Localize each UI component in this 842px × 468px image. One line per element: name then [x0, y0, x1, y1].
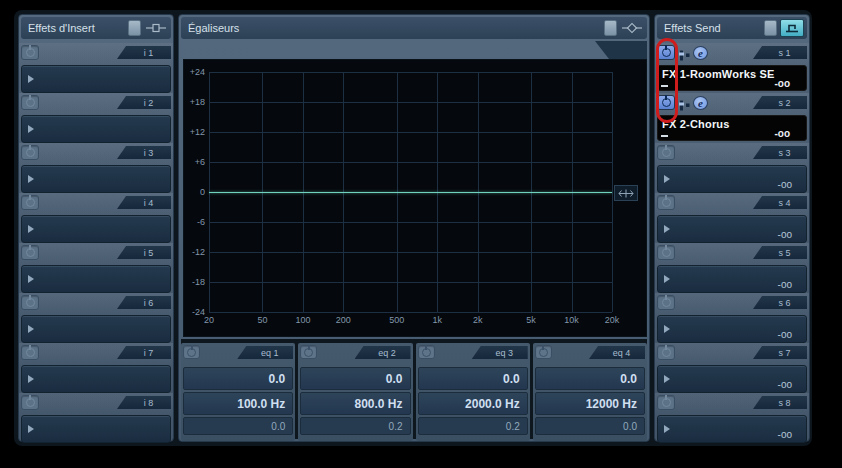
power-icon: [26, 248, 35, 257]
band-tab: eq 2: [355, 346, 411, 359]
power-button[interactable]: [657, 195, 675, 210]
expand-arrow-icon: [664, 175, 670, 183]
effect-selector[interactable]: [21, 165, 171, 193]
effect-selector[interactable]: -oo: [657, 165, 807, 193]
power-button[interactable]: [657, 145, 675, 160]
power-icon: [662, 348, 671, 357]
power-icon: [662, 198, 671, 207]
expand-arrow-icon: [28, 125, 34, 133]
eq-band-2: eq 2 0.0 800.0 Hz 0.2: [298, 343, 412, 441]
effect-selector[interactable]: [21, 315, 171, 343]
power-button[interactable]: [657, 345, 675, 360]
insert-slot-1: i 1: [19, 43, 173, 93]
effect-selector[interactable]: [21, 415, 171, 443]
eq-gain-field[interactable]: 0.0: [418, 367, 528, 390]
eq-freq-field[interactable]: 100.0 Hz: [183, 392, 293, 415]
effect-selector[interactable]: [21, 265, 171, 293]
eq-freq-field[interactable]: 12000 Hz: [535, 392, 645, 415]
effect-selector[interactable]: [21, 365, 171, 393]
eq-freq-field[interactable]: 800.0 Hz: [300, 392, 410, 415]
power-button[interactable]: [21, 295, 39, 310]
power-button[interactable]: [21, 395, 39, 410]
send-level-value: -oo: [778, 229, 792, 240]
header-button[interactable]: [764, 20, 777, 36]
equalizers-panel: Égaliseurs +24+18+12+60-6-12-18-24205010…: [178, 14, 650, 442]
effect-selector[interactable]: FX 2-Chorus -oo: [657, 115, 807, 141]
power-button[interactable]: [21, 345, 39, 360]
insert-slot-6: i 6: [19, 293, 173, 343]
power-icon: [26, 198, 35, 207]
power-button[interactable]: [183, 345, 200, 359]
effect-selector[interactable]: [21, 65, 171, 93]
insert-slot-3: i 3: [19, 143, 173, 193]
power-button[interactable]: [21, 145, 39, 160]
power-button[interactable]: [21, 245, 39, 260]
header-button[interactable]: [128, 20, 141, 36]
send-level-value[interactable]: -oo: [774, 78, 790, 89]
eq-freq-field[interactable]: 2000.0 Hz: [418, 392, 528, 415]
insert-slot-4: i 4: [19, 193, 173, 243]
send-level-value: -oo: [778, 279, 792, 290]
power-icon: [662, 148, 671, 157]
send-slot-4: s 4 -oo: [655, 193, 809, 243]
power-button[interactable]: [657, 295, 675, 310]
power-button[interactable]: [21, 45, 39, 60]
insert-slot-2: i 2: [19, 93, 173, 143]
power-button[interactable]: [657, 95, 675, 110]
expand-arrow-icon: [664, 325, 670, 333]
expand-arrow-icon: [28, 275, 34, 283]
channel-settings-window: Effets d'Insert i 1 i 2: [14, 10, 812, 446]
power-button[interactable]: [418, 345, 435, 359]
insert-bypass-icon[interactable]: [144, 19, 168, 37]
power-icon: [26, 48, 35, 57]
power-button[interactable]: [657, 245, 675, 260]
send-level-value: -oo: [778, 329, 792, 340]
effect-selector[interactable]: FX 1-RoomWorks SE -oo: [657, 65, 807, 91]
insert-slot-5: i 5: [19, 243, 173, 293]
send-panel-header: Effets Send: [657, 17, 807, 39]
eq-gain-field[interactable]: 0.0: [535, 367, 645, 390]
expand-arrow-icon: [28, 375, 34, 383]
panel-title: Égaliseurs: [188, 22, 604, 34]
effect-selector[interactable]: [21, 115, 171, 143]
sends-active-icon[interactable]: [780, 19, 804, 37]
slot-tab: i 7: [117, 346, 171, 359]
eq-gain-field[interactable]: 0.0: [300, 367, 410, 390]
effect-selector[interactable]: -oo: [657, 365, 807, 393]
slot-tab: s 2: [753, 96, 807, 109]
eq-q-field[interactable]: 0.2: [418, 417, 528, 435]
send-level-indicator: [661, 135, 668, 137]
band-tab: eq 1: [237, 346, 293, 359]
slot-tab: s 1: [753, 46, 807, 59]
eq-q-field[interactable]: 0.0: [535, 417, 645, 435]
effect-selector[interactable]: -oo: [657, 415, 807, 443]
slot-tab: i 5: [117, 246, 171, 259]
header-button[interactable]: [604, 20, 617, 36]
send-slot-5: s 5 -oo: [655, 243, 809, 293]
eq-gain-field[interactable]: 0.0: [183, 367, 293, 390]
power-button[interactable]: [21, 95, 39, 110]
power-icon: [26, 148, 35, 157]
send-level-value[interactable]: -oo: [774, 128, 790, 139]
effect-selector[interactable]: [21, 215, 171, 243]
eq-handle-icon[interactable]: [614, 185, 638, 201]
eq-band-1: eq 1 0.0 100.0 Hz 0.0: [181, 343, 295, 441]
eq-q-field[interactable]: 0.2: [300, 417, 410, 435]
power-button[interactable]: [21, 195, 39, 210]
effect-selector[interactable]: -oo: [657, 265, 807, 293]
edit-button[interactable]: e: [693, 46, 708, 60]
prefader-icon[interactable]: [678, 97, 690, 115]
expand-arrow-icon: [28, 325, 34, 333]
power-button[interactable]: [657, 45, 675, 60]
power-button[interactable]: [300, 345, 317, 359]
effect-selector[interactable]: -oo: [657, 215, 807, 243]
eq-q-field[interactable]: 0.0: [183, 417, 293, 435]
power-button[interactable]: [535, 345, 552, 359]
eq-bypass-icon[interactable]: [620, 19, 644, 37]
slot-tab: i 1: [117, 46, 171, 59]
power-button[interactable]: [657, 395, 675, 410]
prefader-icon[interactable]: [678, 47, 690, 65]
effect-selector[interactable]: -oo: [657, 315, 807, 343]
power-icon: [422, 348, 431, 357]
edit-button[interactable]: e: [693, 96, 708, 110]
